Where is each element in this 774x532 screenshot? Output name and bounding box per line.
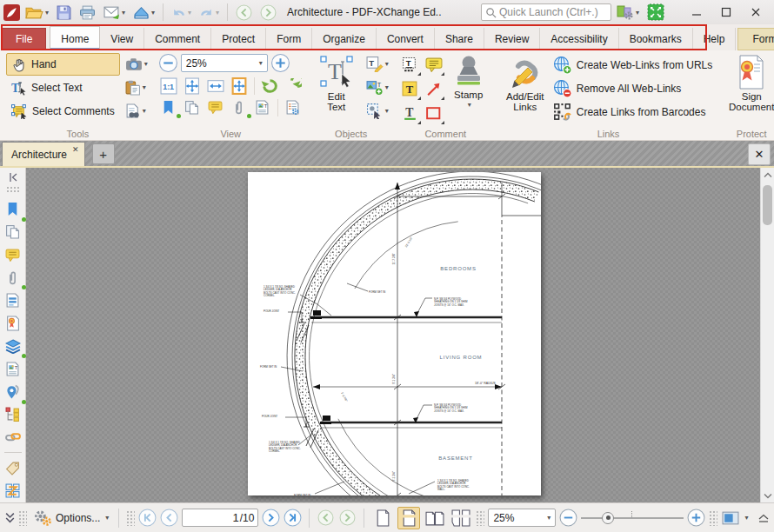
tab-bookmarks[interactable]: Bookmarks: [619, 28, 693, 50]
bookmarks-pane-button[interactable]: [158, 97, 179, 117]
tab-file[interactable]: File: [2, 28, 46, 50]
search-document-button[interactable]: ▾: [123, 100, 150, 122]
content-pane-button[interactable]: T: [252, 97, 273, 117]
sidebar-destinations-button[interactable]: [2, 381, 24, 403]
undo-dropdown-icon[interactable]: ▾: [188, 9, 191, 17]
redo-dropdown-icon[interactable]: ▾: [216, 9, 219, 17]
rotate-ccw-button[interactable]: [259, 76, 280, 96]
add-edit-links-button[interactable]: Add/Edit Links: [501, 53, 550, 127]
ribbon-zoom-combo[interactable]: 25%▾: [181, 54, 268, 72]
open-dropdown-icon[interactable]: ▾: [45, 9, 49, 17]
create-web-links-button[interactable]: Create Web-Links from URLs: [550, 53, 717, 76]
ui-options-button[interactable]: ▾: [614, 2, 642, 23]
last-page-button[interactable]: [284, 509, 302, 527]
tab-review[interactable]: Review: [484, 28, 540, 50]
fit-width-button[interactable]: [205, 76, 226, 96]
sidebar-links-button[interactable]: [2, 426, 24, 449]
tab-convert[interactable]: Convert: [377, 28, 435, 50]
thumbnails-pane-button[interactable]: [182, 97, 203, 117]
zoom-combo[interactable]: 25%▾: [488, 509, 556, 527]
select-objects-button[interactable]: ▾: [364, 100, 390, 122]
pdf-page[interactable]: BEDROOMSLIVING ROOMBASEMENT18'-0" RADIUS…: [248, 172, 541, 495]
zoom-out-button[interactable]: [559, 509, 577, 527]
links-from-barcodes-button[interactable]: Create Links from Barcodes: [550, 100, 717, 123]
undo-button[interactable]: ▾: [169, 2, 194, 23]
redo-button[interactable]: ▾: [197, 2, 222, 23]
sidebar-comments-button[interactable]: [2, 243, 24, 266]
history-forward-button[interactable]: [257, 2, 279, 23]
sidebar-structure-button[interactable]: [2, 403, 24, 426]
statusbar-grip[interactable]: [18, 510, 27, 526]
scrollbar-thumb[interactable]: [763, 185, 772, 225]
paste-button[interactable]: ▾: [123, 76, 150, 98]
quick-launch-input[interactable]: [499, 6, 602, 18]
email-dropdown-icon[interactable]: ▾: [122, 9, 125, 17]
scroll-down-button[interactable]: [761, 489, 774, 502]
sticky-note-button[interactable]: [423, 53, 445, 76]
add-text-button[interactable]: T▾: [364, 53, 390, 75]
zoom-out-icon[interactable]: [158, 53, 178, 73]
sidebar-attachments-button[interactable]: [2, 266, 24, 289]
sidebar-signatures-button[interactable]: [2, 312, 24, 335]
tab-form[interactable]: Form: [266, 28, 312, 50]
view-back-button[interactable]: [317, 509, 335, 527]
actual-size-button[interactable]: 1:1: [158, 76, 179, 96]
two-page-layout-button[interactable]: [424, 507, 446, 529]
edit-text-button[interactable]: T Edit Text: [312, 53, 361, 127]
sidebar-layers-button[interactable]: [2, 335, 24, 357]
tab-organize[interactable]: Organize: [312, 28, 377, 50]
first-page-button[interactable]: [138, 509, 157, 527]
snapshot-button[interactable]: ▾: [123, 53, 150, 75]
zoom-slider-thumb[interactable]: [602, 512, 614, 524]
view-forward-button[interactable]: [338, 509, 357, 527]
collapse-statusbar-icon[interactable]: [758, 514, 769, 522]
fit-page-button[interactable]: [182, 76, 203, 96]
scroll-up-button[interactable]: [761, 168, 774, 182]
pan-grip[interactable]: [709, 510, 717, 526]
fullscreen-button[interactable]: [644, 2, 667, 23]
tab-view[interactable]: View: [100, 28, 144, 50]
rotate-cw-button[interactable]: [283, 76, 304, 96]
comments-pane-button[interactable]: [205, 97, 226, 117]
sidebar-content-button[interactable]: T: [2, 357, 24, 380]
arrow-annotation-button[interactable]: [423, 77, 445, 101]
sidebar-fields-button[interactable]: [2, 289, 24, 311]
continuous-layout-button[interactable]: [397, 507, 420, 529]
previous-page-button[interactable]: [160, 509, 178, 527]
vertical-scrollbar[interactable]: [760, 168, 774, 502]
tab-share[interactable]: Share: [435, 28, 484, 50]
zoom-grip[interactable]: [476, 510, 484, 526]
print-button[interactable]: [77, 2, 98, 23]
scan-dropdown-icon[interactable]: ▾: [151, 9, 155, 17]
sidebar-collapse-button[interactable]: [2, 170, 24, 184]
sidebar-grip[interactable]: [6, 186, 20, 195]
rectangle-annotation-button[interactable]: [423, 102, 445, 125]
close-document-button[interactable]: ✕: [748, 143, 771, 165]
email-button[interactable]: ▾: [101, 2, 128, 23]
fit-visible-button[interactable]: [229, 76, 250, 96]
page-number-box[interactable]: 1/10: [182, 509, 258, 527]
pan-dropdown-icon[interactable]: ▾: [744, 514, 748, 522]
minimize-button[interactable]: [682, 2, 711, 23]
next-page-button[interactable]: [262, 509, 280, 527]
sign-document-button[interactable]: Sign Document: [724, 53, 774, 127]
sidebar-tags-button[interactable]: [2, 456, 24, 479]
document-view[interactable]: BEDROOMSLIVING ROOMBASEMENT18'-0" RADIUS…: [26, 168, 774, 502]
new-document-tab-button[interactable]: +: [92, 143, 115, 164]
pagenav-grip[interactable]: [126, 510, 135, 526]
sidebar-bookmarks-button[interactable]: [2, 197, 24, 220]
tab-home[interactable]: Home: [50, 26, 100, 50]
quick-launch-box[interactable]: [481, 3, 611, 21]
options-button[interactable]: Options...▾: [30, 509, 111, 527]
open-button[interactable]: ▾: [23, 2, 51, 23]
maximize-button[interactable]: [711, 2, 741, 23]
two-page-continuous-button[interactable]: [450, 507, 472, 529]
tab-format[interactable]: Format: [737, 28, 774, 50]
tab-protect[interactable]: Protect: [211, 28, 266, 50]
close-button[interactable]: [741, 2, 771, 23]
tab-comment[interactable]: Comment: [144, 28, 211, 50]
select-text-button[interactable]: TSelect Text: [6, 76, 120, 99]
ui-options-dropdown-icon[interactable]: ▾: [636, 9, 639, 17]
document-tab-close-icon[interactable]: ✕: [72, 145, 79, 154]
stamp-button[interactable]: Stamp ▾: [445, 53, 492, 127]
